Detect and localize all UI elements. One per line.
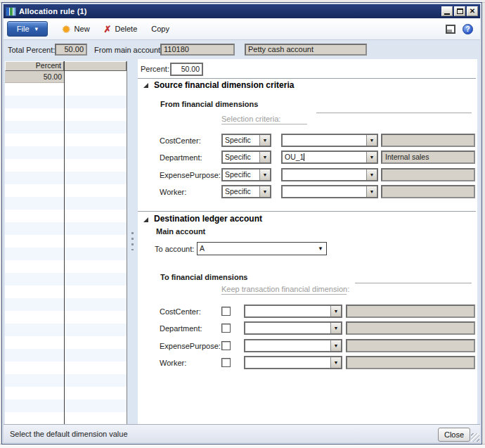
dest-worker-value-combo[interactable]: ▼ [244,356,342,369]
dest-expensepurpose-checkbox[interactable] [221,341,231,350]
source-costcenter-value-combo[interactable]: ▼ [281,134,378,147]
chevron-down-icon: ▼ [366,135,377,146]
chevron-down-icon: ▼ [330,323,341,333]
titlebar: Allocation rule (1) ✕ [4,4,480,18]
close-window-button[interactable]: ✕ [467,6,478,16]
source-department-mode-select[interactable]: Specific ▼ [221,151,271,164]
percent-value: 50.00 [172,63,202,75]
new-button-label: New [75,25,90,33]
delete-button[interactable]: ✗ Delete [104,25,138,34]
keep-transaction-label: Keep transaction financial dimension: [221,285,347,295]
from-financial-dimensions-label: From financial dimensions [160,100,258,108]
total-percent-field: 50.00 [55,44,87,56]
source-section-title[interactable]: Source financial dimension criteria [154,80,294,90]
chevron-down-icon: ▼ [366,169,377,180]
to-account-combo[interactable]: A ▼ [197,242,327,255]
toolbar: File ▾ ✹ New ✗ Delete Copy ? [4,18,480,39]
empty-column-header[interactable] [64,61,127,71]
window-title: Allocation rule (1) [19,7,440,15]
chevron-down-icon: ▼ [259,169,270,180]
section-divider-2 [138,211,476,212]
copy-button-label: Copy [151,25,169,33]
source-expensepurpose-value-combo[interactable]: ▼ [281,168,378,181]
delete-button-label: Delete [115,25,138,33]
source-costcenter-mode-select[interactable]: Specific ▼ [221,134,271,147]
minimize-button[interactable] [441,6,453,16]
panel-splitter[interactable] [128,59,138,424]
percent-input[interactable]: 50.00 [170,63,203,76]
source-expensepurpose-display-field [381,168,475,181]
dest-department-label: Department: [160,324,202,333]
grid-empty-cell[interactable] [64,71,127,83]
source-expensepurpose-label: ExpensePurpose: [160,171,221,179]
dest-worker-display-field [346,356,475,369]
copy-button[interactable]: Copy [151,25,169,33]
source-expensepurpose-mode-select[interactable]: Specific ▼ [221,168,271,181]
chevron-down-icon: ▼ [259,186,270,197]
header-fields-strip: Total Percent: 50.00 From main account: … [4,39,480,59]
close-icon: ✕ [470,8,475,15]
collapse-triangle-icon-destination[interactable] [143,217,148,222]
app-icon [6,7,16,16]
maximize-icon [457,8,463,14]
grid-header: Percent [5,61,127,71]
selection-criteria-label: Selection criteria: [221,115,307,124]
dest-costcenter-label: CostCenter: [160,307,201,316]
detail-panel: Percent: 50.00 Source financial dimensio… [138,59,477,424]
chevron-down-icon: ▼ [315,245,326,252]
grid-percent-cell[interactable]: 50.00 [5,71,64,83]
allocation-rule-window: Allocation rule (1) ✕ File ▾ ✹ New ✗ Del… [1,2,482,444]
source-department-label: Department: [160,153,202,162]
close-button[interactable]: Close [438,428,470,442]
dest-costcenter-checkbox[interactable] [221,307,231,316]
dest-worker-checkbox[interactable] [221,358,231,367]
new-icon: ✹ [62,24,71,34]
from-main-account-field: 110180 [160,44,235,56]
chevron-down-icon: ▼ [330,357,341,368]
percent-label: Percent: [141,65,169,73]
file-menu-button[interactable]: File ▾ [7,21,48,37]
minimize-icon [444,13,450,15]
chevron-down-icon: ▼ [366,152,377,162]
splitter-grip-icon [131,232,134,250]
source-worker-mode-select[interactable]: Specific ▼ [221,185,271,198]
delete-icon: ✗ [104,25,112,34]
document-pane-icon[interactable] [446,25,455,34]
new-button[interactable]: ✹ New [62,24,90,34]
keep-transaction-line[interactable] [355,283,472,283]
source-costcenter-label: CostCenter: [160,136,201,145]
total-percent-label: Total Percent: [8,46,55,54]
dest-department-checkbox[interactable] [221,324,231,333]
chevron-down-icon: ▾ [35,25,39,32]
source-department-display-field: Internal sales [381,151,475,164]
from-main-account-label: From main account: [94,46,162,54]
source-worker-display-field [381,185,475,198]
percent-grid: Percent 50.00 [5,61,127,424]
statusbar: Select the default dimension value Close [4,424,480,442]
selection-criteria-line[interactable] [316,113,472,113]
resize-grip[interactable] [471,433,479,442]
destination-section-title[interactable]: Destination ledger account [154,214,262,224]
chevron-down-icon: ▼ [330,306,341,316]
grid-selected-row[interactable]: 50.00 [5,71,127,83]
account-name-field: Petty cash account [245,44,367,56]
percent-column-header[interactable]: Percent [5,61,64,71]
source-costcenter-display-field [381,134,475,147]
dest-costcenter-value-combo[interactable]: ▼ [244,305,342,318]
to-account-label: To account: [155,245,194,253]
chevron-down-icon: ▼ [330,340,341,351]
collapse-triangle-icon-source[interactable] [143,83,148,88]
source-worker-value-combo[interactable]: ▼ [281,185,378,198]
dest-department-display-field [346,321,475,335]
dest-expensepurpose-value-combo[interactable]: ▼ [244,339,342,352]
help-icon[interactable]: ? [463,24,473,34]
dest-expensepurpose-display-field [346,339,475,352]
source-department-value-combo[interactable]: OU_1 ▼ [281,151,378,164]
dest-worker-label: Worker: [160,359,186,367]
chevron-down-icon: ▼ [259,135,270,146]
to-financial-dimensions-label: To financial dimensions [160,273,247,281]
section-divider-1 [138,78,476,79]
dest-department-value-combo[interactable]: ▼ [244,321,342,335]
maximize-button[interactable] [454,6,465,16]
grid-empty-rows[interactable] [5,83,127,424]
